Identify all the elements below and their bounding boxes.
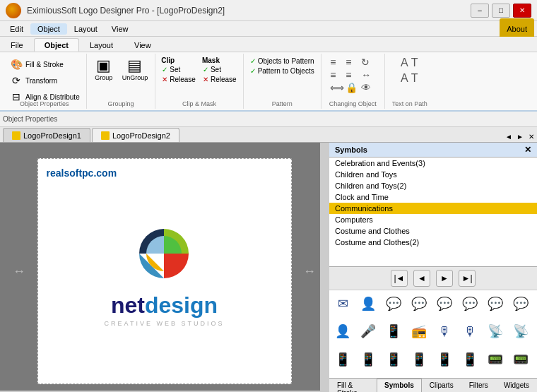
align-bottom-icon[interactable]: ≡ <box>330 69 344 81</box>
list-item[interactable]: Children and Toys(2) <box>329 180 537 191</box>
list-item[interactable]: Clock and Time <box>329 191 537 203</box>
doc-tab-1[interactable]: LogoProDesign1 <box>3 128 90 142</box>
symbol-cell[interactable]: 📱 <box>383 349 404 370</box>
transform-button[interactable]: ⟳ Transform <box>7 73 82 88</box>
symbol-cell[interactable]: 💬 <box>485 293 506 314</box>
tab-cliparts[interactable]: Cliparts <box>422 379 461 392</box>
symbol-cell[interactable]: 🎙 <box>434 321 455 342</box>
symbols-list[interactable]: Celebration and Events(3) Children and T… <box>329 158 537 267</box>
tab-nav-prev[interactable]: ◄ <box>503 131 514 142</box>
group-button[interactable]: ▣ Group <box>91 57 117 83</box>
pattern-to-objects-button[interactable]: ✓ Pattern to Objects <box>248 66 317 76</box>
tab-fill-stroke[interactable]: Fill & Stroke <box>329 379 377 392</box>
menu-layout[interactable]: Layout <box>67 23 105 35</box>
pattern-label: Pattern <box>244 100 321 107</box>
align-right-icon[interactable]: ≡ <box>346 69 360 81</box>
minimize-button[interactable]: – <box>471 4 489 18</box>
ribbon-tab-layout[interactable]: Layout <box>79 38 124 52</box>
symbol-cell[interactable]: 📱 <box>459 349 480 370</box>
canvas-scrollbar-vertical[interactable] <box>320 143 329 392</box>
rotate-90-icon[interactable]: ↻ <box>361 57 375 68</box>
nav-first-button[interactable]: |◄ <box>391 270 408 287</box>
symbol-cell[interactable]: 👤 <box>358 293 379 314</box>
symbol-cell[interactable]: 📡 <box>485 321 506 342</box>
pattern-col: ✓ Objects to Pattern ✓ Pattern to Object… <box>248 57 317 76</box>
clip-set-button[interactable]: ✓ Set <box>160 65 198 74</box>
menu-edit[interactable]: Edit <box>3 23 30 35</box>
ribbon-tab-view[interactable]: View <box>124 38 162 52</box>
symbol-cell[interactable]: 📻 <box>408 321 430 342</box>
canvas-page: realsoftpc.com <box>37 158 292 384</box>
symbol-cell[interactable]: 🎙 <box>459 321 480 342</box>
about-button[interactable]: About <box>500 18 534 40</box>
list-item[interactable]: Costume and Clothes(2) <box>329 237 537 248</box>
menu-object[interactable]: Object <box>30 23 67 35</box>
nav-next-button[interactable]: ► <box>436 270 453 287</box>
mask-release-button[interactable]: ✕ Release <box>201 75 239 84</box>
transform-icon: ⟳ <box>9 73 23 88</box>
close-button[interactable]: ✕ <box>513 4 531 18</box>
nav-prev-button[interactable]: ◄ <box>413 270 430 287</box>
symbol-cell[interactable]: 📟 <box>485 349 506 370</box>
mask-header: Mask <box>201 57 239 64</box>
clip-set-check: ✓ <box>162 66 167 73</box>
list-item-active[interactable]: Communications <box>329 203 537 214</box>
symbol-cell[interactable]: 📡 <box>510 321 531 342</box>
tab-widgets[interactable]: Widgets <box>496 379 537 392</box>
object-properties-buttons: 🎨 Fill & Stroke ⟳ Transform ⊟ Align & Di… <box>7 57 82 105</box>
mask-set-button[interactable]: ✓ Set <box>201 65 239 74</box>
eye-icon[interactable]: 👁 <box>361 82 375 93</box>
list-item[interactable]: Computers <box>329 214 537 225</box>
symbol-cell[interactable]: 💬 <box>383 293 404 314</box>
symbol-cell[interactable]: 💬 <box>434 293 455 314</box>
symbol-cell[interactable]: 🎤 <box>358 321 379 342</box>
symbol-cell[interactable]: 💬 <box>408 293 430 314</box>
symbol-cell[interactable]: ✉ <box>332 293 353 314</box>
lock-icon[interactable]: 🔒 <box>346 82 360 93</box>
tab-symbols[interactable]: Symbols <box>377 379 422 392</box>
flip-h-icon[interactable]: ↔ <box>361 69 375 81</box>
symbol-cell[interactable]: 📱 <box>408 349 430 370</box>
text-path-icon1[interactable]: A <box>401 57 408 69</box>
symbol-cell[interactable]: 💬 <box>510 293 531 314</box>
symbol-cell[interactable]: 📱 <box>434 349 455 370</box>
doc-tab-2-icon <box>101 131 110 140</box>
tab-nav-next[interactable]: ► <box>514 131 526 142</box>
changing-object-group: ≡ ≡ ↻ ≡ ≡ ↔ ⟺ 🔒 👁 Changing Object <box>321 54 385 109</box>
text-path-icon3[interactable]: A <box>401 72 408 85</box>
grouping-label: Grouping <box>87 100 155 107</box>
symbol-cell[interactable]: 📟 <box>510 349 531 370</box>
symbol-cell[interactable]: 📱 <box>383 321 404 342</box>
clip-release-button[interactable]: ✕ Release <box>160 75 198 84</box>
nav-last-button[interactable]: ►| <box>459 270 476 287</box>
app-icon <box>6 3 21 18</box>
canvas-area[interactable]: ↔ realsoftpc.com <box>0 143 329 392</box>
canvas-arrow-right: ↔ <box>303 263 316 278</box>
doc-tab-nav: ◄ ► ✕ <box>503 131 537 142</box>
mask-set-check: ✓ <box>203 66 208 73</box>
tab-nav-close[interactable]: ✕ <box>526 131 537 142</box>
ungroup-button[interactable]: ▤ UnGroup <box>119 57 151 83</box>
list-item[interactable]: Children and Toys <box>329 169 537 180</box>
ribbon-tab-object[interactable]: Object <box>34 38 79 52</box>
list-item[interactable]: Celebration and Events(3) <box>329 158 537 169</box>
panel-close-button[interactable]: ✕ <box>524 145 531 155</box>
distribute-h-icon[interactable]: ⟺ <box>330 82 344 93</box>
align-center-icon[interactable]: ≡ <box>346 57 360 68</box>
symbol-cell[interactable]: 💬 <box>459 293 480 314</box>
fill-stroke-button[interactable]: 🎨 Fill & Stroke <box>7 57 82 72</box>
symbol-cell[interactable]: 📱 <box>332 349 353 370</box>
symbol-cell[interactable]: 👤 <box>332 321 353 342</box>
ribbon-tab-file[interactable]: File <box>0 38 34 52</box>
align-left-icon[interactable]: ≡ <box>330 57 344 68</box>
text-path-icon2[interactable]: T <box>411 57 419 69</box>
main-area: ↔ realsoftpc.com <box>0 143 537 392</box>
list-item[interactable]: Costume and Clothes <box>329 225 537 237</box>
menu-view[interactable]: View <box>105 23 136 35</box>
text-path-icon4[interactable]: T <box>411 72 419 85</box>
symbol-cell[interactable]: 📱 <box>358 349 379 370</box>
maximize-button[interactable]: □ <box>492 4 510 18</box>
objects-to-pattern-button[interactable]: ✓ Objects to Pattern <box>248 57 317 66</box>
tab-filters[interactable]: Filters <box>461 379 496 392</box>
doc-tab-2[interactable]: LogoProDesign2 <box>92 128 179 142</box>
